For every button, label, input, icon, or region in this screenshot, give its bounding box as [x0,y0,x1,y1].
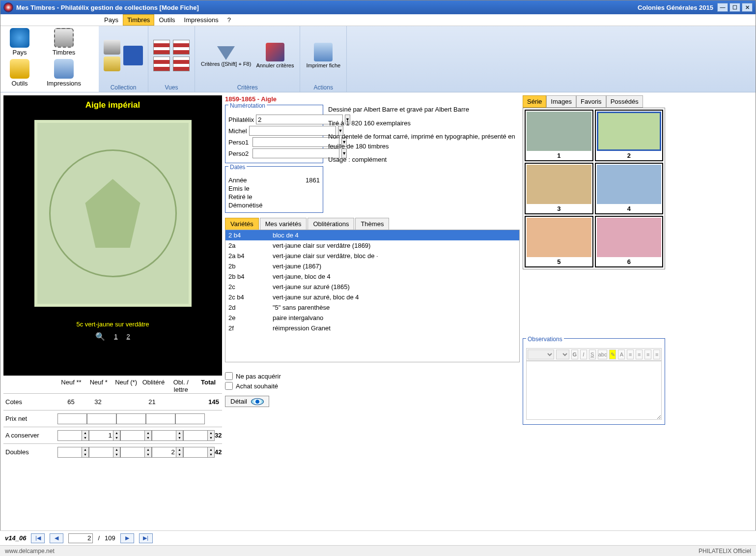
view-grid-icon[interactable] [153,40,170,55]
prixnet-2[interactable] [87,413,116,424]
detail-button[interactable]: Détail [225,396,269,407]
aconserver-1[interactable] [57,430,82,441]
doubles-3[interactable] [120,447,145,458]
page-total: 109 [105,534,115,542]
underline-button[interactable]: S [589,350,596,359]
tab-mes-varietes[interactable]: Mes variétés [260,218,307,230]
prixnet-3[interactable] [116,413,146,424]
variety-item[interactable]: 2bvert-jaune (1867) [225,261,519,271]
perso1-input[interactable] [252,137,339,147]
next-button[interactable]: ▶ [120,533,134,543]
up-icon[interactable]: ▲ [82,431,88,436]
thumb-6[interactable]: 6 [595,216,664,267]
strike-button[interactable]: abc [598,350,608,359]
thumb-5[interactable]: 5 [525,216,593,267]
tab-obliterations[interactable]: Oblitérations [308,218,354,230]
menu-timbres[interactable]: Timbres [123,14,154,26]
doubles-4[interactable] [152,447,176,458]
variety-item[interactable]: 2cvert-jaune sur azuré (1865) [225,282,519,292]
observations-textarea[interactable] [526,361,662,420]
tab-varietes[interactable]: Variétés [225,218,259,230]
view-list-icon[interactable] [173,40,190,55]
tab-themes[interactable]: Thèmes [355,218,389,230]
prixnet-4[interactable] [146,413,175,424]
view-grid2-icon[interactable] [153,57,170,71]
variety-item[interactable]: 2avert-jaune clair sur verdâtre (1869) [225,240,519,251]
tab-serie[interactable]: Série [523,95,546,108]
save-icon[interactable] [123,46,143,65]
menu-pays[interactable]: Pays [100,14,123,26]
checkbox-ne-pas-acquerir[interactable]: Ne pas acquérir [225,372,520,380]
aconserver-4[interactable] [152,430,176,441]
italic-button[interactable]: I [580,350,587,359]
menu-outils[interactable]: Outils [154,14,179,26]
minimize-button[interactable]: — [717,3,728,12]
prev-button[interactable]: ◀ [50,533,63,543]
folder-open-icon[interactable] [104,57,120,71]
michel-input[interactable] [249,126,336,136]
perso2-input[interactable] [252,148,339,158]
sidebar-pays[interactable]: Pays [2,28,37,56]
close-button[interactable]: ✕ [742,3,753,12]
col-total: Total [195,379,222,393]
variety-item[interactable]: 2d"5" sans parenthèse [225,302,519,313]
page-input[interactable] [68,533,93,543]
stamp-page-1[interactable]: 1 [114,333,117,340]
down-icon[interactable]: ▼ [82,436,88,440]
align-right-button[interactable]: ≡ [644,350,651,359]
menu-impressions[interactable]: Impressions [180,14,223,26]
prixnet-1[interactable] [57,413,87,424]
thumb-2[interactable]: 2 [595,110,664,161]
maximize-button[interactable]: ☐ [729,3,740,12]
criteres-button[interactable]: Critères ([Shift] + F8) [200,43,252,68]
menu-help[interactable]: ? [223,14,235,26]
align-justify-button[interactable]: ≡ [653,350,660,359]
bold-button[interactable]: G [571,350,578,359]
sidebar-timbres[interactable]: Timbres [47,28,81,56]
stamp-viewer: Aigle impérial 5c vert-jaune sur verdâtr… [3,95,222,376]
last-button[interactable]: ▶| [139,533,153,543]
prixnet-5[interactable] [175,413,205,424]
annuler-criteres-button[interactable]: Annuler critères [255,42,295,69]
doubles-2[interactable] [89,447,113,458]
footer-nav: v14_06 |◀ ◀ / 109 ▶ ▶| [0,530,756,545]
doubles-1[interactable] [57,447,82,458]
zoom-icon[interactable]: 🔍 [95,332,105,341]
variety-list[interactable]: 2 b4bloc de 42avert-jaune clair sur verd… [225,230,520,362]
variety-item[interactable]: 2fréimpression Granet [225,323,519,333]
checkbox-achat-souhaite[interactable]: Achat souhaité [225,382,520,390]
sidebar-outils[interactable]: Outils [2,59,37,87]
tab-images[interactable]: Images [546,95,576,108]
variety-item[interactable]: 2 b4bloc de 4 [225,230,519,240]
variety-item[interactable]: 2epaire intergalvano [225,313,519,323]
imprimer-fiche-button[interactable]: Imprimer fiche [305,42,341,69]
print-icon [54,59,74,79]
font-select[interactable] [528,350,554,359]
color-button[interactable]: A [618,350,625,359]
stamp-page-2[interactable]: 2 [127,333,130,340]
thumb-4[interactable]: 4 [595,163,664,214]
stamp-title: Aigle impérial [85,100,140,110]
folder-icon[interactable] [104,40,120,55]
highlight-button[interactable]: ✎ [609,350,616,359]
tab-possedes[interactable]: Possédés [606,95,643,108]
aconserver-2[interactable] [89,430,113,441]
aconserver-5[interactable] [183,430,208,441]
align-left-button[interactable]: ≡ [627,350,634,359]
sidebar-impressions[interactable]: Impressions [47,59,81,87]
size-select[interactable] [556,350,569,359]
thumb-3[interactable]: 3 [525,163,593,214]
stamp-caption: 5c vert-jaune sur verdâtre [76,321,149,328]
variety-item[interactable]: 2b b4vert-jaune, bloc de 4 [225,271,519,282]
doubles-5[interactable] [183,447,208,458]
tab-favoris[interactable]: Favoris [576,95,606,108]
view-list2-icon[interactable] [173,57,190,71]
variety-item[interactable]: 2a b4vert-jaune clair sur verdâtre, bloc… [225,251,519,261]
aconserver-3[interactable] [120,430,145,441]
thumb-1[interactable]: 1 [525,110,593,161]
first-button[interactable]: |◀ [31,533,45,543]
variety-item[interactable]: 2c b4vert-jaune sur azuré, bloc de 4 [225,292,519,302]
align-center-button[interactable]: ≡ [636,350,643,359]
eraser-icon [266,43,284,61]
description: Dessiné par Albert Barre et gravé par Al… [328,105,520,213]
